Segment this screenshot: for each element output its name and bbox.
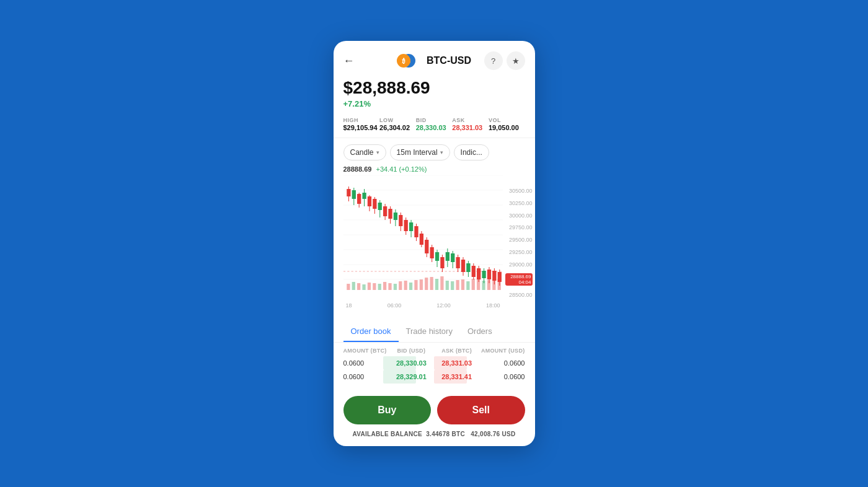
svg-rect-28 <box>393 213 397 220</box>
svg-rect-69 <box>347 284 350 290</box>
svg-rect-18 <box>367 196 371 206</box>
svg-rect-95 <box>482 281 485 290</box>
favorite-button[interactable]: ★ <box>507 51 525 70</box>
help-button[interactable]: ? <box>484 51 503 70</box>
svg-rect-10 <box>347 189 350 196</box>
svg-rect-40 <box>425 240 428 253</box>
chart-canvas: 30500.00 30250.00 30000.00 29750.00 2950… <box>343 175 535 312</box>
header: ← ₿ $ BTC-USD ? ★ <box>334 41 535 74</box>
x-label-3: 12:00 <box>436 302 451 309</box>
svg-rect-14 <box>357 194 361 204</box>
table-row: 0.0600 28,330.03 28,331.03 0.0600 <box>343 356 525 370</box>
svg-rect-96 <box>487 280 490 290</box>
indicator-button[interactable]: Indic... <box>454 144 489 160</box>
svg-rect-36 <box>414 226 418 237</box>
y-label-3: 30000.00 <box>505 213 533 219</box>
svg-rect-72 <box>362 284 365 290</box>
y-label-4: 29750.00 <box>505 224 533 230</box>
svg-rect-86 <box>435 279 438 290</box>
candle-button[interactable]: Candle ▾ <box>343 144 386 160</box>
svg-rect-66 <box>492 271 496 281</box>
bid-bg-highlight <box>383 356 416 370</box>
pair-name: BTC-USD <box>427 55 471 66</box>
candle-chevron-icon: ▾ <box>376 149 379 156</box>
svg-rect-46 <box>440 257 444 268</box>
svg-rect-88 <box>445 281 448 290</box>
y-label-7: 29000.00 <box>505 261 533 268</box>
svg-rect-94 <box>477 278 480 290</box>
stat-high: HIGH $29,105.94 <box>343 117 380 131</box>
svg-rect-83 <box>419 279 422 290</box>
btc-usd-icon: ₿ $ <box>397 52 414 69</box>
pair-info: ₿ $ BTC-USD <box>397 52 471 69</box>
tab-order-book[interactable]: Order book <box>343 322 399 342</box>
bid-bg-highlight <box>383 370 416 384</box>
chart-area: 28888.69 +34.41 (+0.12%) <box>334 164 535 319</box>
svg-rect-38 <box>419 234 423 245</box>
stat-ask: ASK 28,331.03 <box>452 117 489 131</box>
x-label-2: 06:00 <box>388 302 402 309</box>
action-buttons: ? ★ <box>484 51 525 70</box>
svg-rect-56 <box>466 263 470 272</box>
buy-button[interactable]: Buy <box>343 396 432 424</box>
y-label-5: 29500.00 <box>505 237 533 243</box>
svg-rect-73 <box>367 283 370 290</box>
y-label-2: 30250.00 <box>505 200 533 206</box>
svg-rect-16 <box>362 193 366 199</box>
order-book: AMOUNT (BTC) BID (USD) ASK (BTC) AMOUNT … <box>334 343 535 388</box>
svg-rect-44 <box>435 252 438 261</box>
svg-rect-24 <box>383 206 386 216</box>
svg-rect-85 <box>430 277 433 290</box>
balance-row: AVAILABLE BALANCE 3.44678 BTC 42,008.76 … <box>334 428 535 446</box>
sell-button[interactable]: Sell <box>437 396 525 424</box>
svg-rect-52 <box>456 257 459 268</box>
y-label-9: 28500.00 <box>505 292 533 298</box>
buy-sell-row: Buy Sell <box>334 388 535 428</box>
svg-rect-89 <box>451 281 454 290</box>
svg-rect-54 <box>461 260 464 272</box>
x-label-1: 18 <box>346 302 352 309</box>
y-axis: 30500.00 30250.00 30000.00 29750.00 2950… <box>503 188 535 298</box>
y-label-8: 28888.6904:04 <box>505 273 533 286</box>
svg-rect-22 <box>378 203 381 210</box>
svg-rect-62 <box>482 271 485 278</box>
svg-rect-82 <box>414 280 417 290</box>
svg-rect-42 <box>430 247 433 258</box>
svg-rect-71 <box>357 283 360 290</box>
svg-rect-87 <box>440 276 443 290</box>
phone-card: ← ₿ $ BTC-USD ? ★ $28,888.69 +7.21% HIGH… <box>334 41 535 446</box>
tab-trade-history[interactable]: Trade history <box>399 322 460 342</box>
svg-rect-84 <box>425 278 428 290</box>
svg-rect-70 <box>352 282 355 290</box>
table-row: 0.0600 28,329.01 28,331.41 0.0600 <box>343 370 525 384</box>
svg-rect-50 <box>451 253 454 262</box>
back-button[interactable]: ← <box>343 55 355 68</box>
ask-bg-highlight <box>434 370 467 384</box>
svg-rect-34 <box>409 222 412 231</box>
svg-rect-91 <box>461 279 464 290</box>
svg-rect-48 <box>445 252 449 261</box>
price-section: $28,888.69 +7.21% <box>334 74 535 113</box>
chart-info: 28888.69 +34.41 (+0.12%) <box>343 164 535 175</box>
tabs-section: Order book Trade history Orders <box>334 322 535 343</box>
y-label-1: 30500.00 <box>505 188 533 194</box>
svg-rect-60 <box>477 268 480 279</box>
stat-vol: VOL 19,050.00 <box>489 117 525 131</box>
stat-bid: BID 28,330.03 <box>416 117 453 131</box>
svg-rect-20 <box>373 199 376 209</box>
svg-rect-92 <box>466 281 469 290</box>
svg-rect-78 <box>393 284 396 290</box>
chart-controls: Candle ▾ 15m Interval ▾ Indic... <box>334 138 535 164</box>
x-label-4: 18:00 <box>486 302 500 309</box>
stat-low: LOW 26,304.02 <box>379 117 416 131</box>
ob-header: AMOUNT (BTC) BID (USD) ASK (BTC) AMOUNT … <box>343 348 525 356</box>
svg-rect-90 <box>456 280 459 290</box>
svg-rect-76 <box>383 282 386 290</box>
tab-orders[interactable]: Orders <box>460 322 500 342</box>
stats-row: HIGH $29,105.94 LOW 26,304.02 BID 28,330… <box>334 113 535 138</box>
svg-rect-30 <box>399 215 402 226</box>
interval-button[interactable]: 15m Interval ▾ <box>390 144 450 160</box>
ask-bg-highlight <box>434 356 467 370</box>
btc-circle: ₿ <box>397 54 410 68</box>
svg-rect-74 <box>373 283 376 290</box>
